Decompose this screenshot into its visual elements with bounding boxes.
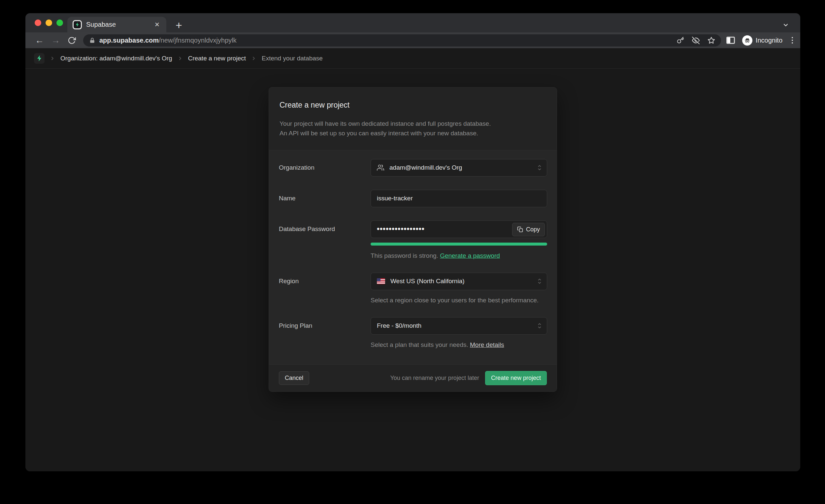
url-domain: app.supabase.com <box>99 37 159 44</box>
window-zoom-button[interactable] <box>57 19 63 26</box>
browser-menu-icon[interactable] <box>791 35 794 45</box>
incognito-label: Incognito <box>756 37 782 44</box>
name-field-wrap <box>371 190 547 207</box>
select-chevrons-icon <box>537 322 542 329</box>
breadcrumb-item-extend-database: Extend your database <box>262 55 323 62</box>
pricing-row: Pricing Plan Free - $0/month Select a pl… <box>279 317 547 349</box>
select-chevrons-icon <box>537 278 542 285</box>
name-input[interactable] <box>377 195 541 202</box>
rename-note: You can rename your project later <box>390 375 479 381</box>
toolbar-right: Incognito <box>726 35 794 46</box>
url-text[interactable]: app.supabase.com/new/jfnsmqoynldvxjyhpyl… <box>99 37 669 44</box>
password-row: Database Password Copy <box>279 220 547 260</box>
name-row: Name <box>279 190 547 207</box>
tab-close-icon[interactable]: ✕ <box>153 20 161 29</box>
copy-label: Copy <box>526 226 540 233</box>
page-content: Organization: adam@windmill.dev's Org Cr… <box>25 48 800 471</box>
url-path: /new/jfnsmqoynldvxjyhpylk <box>159 37 237 44</box>
pricing-select[interactable]: Free - $0/month <box>371 317 547 335</box>
eye-off-icon[interactable] <box>692 37 699 44</box>
address-bar[interactable]: app.supabase.com/new/jfnsmqoynldvxjyhpyl… <box>83 34 721 47</box>
password-strength-bar <box>371 242 547 245</box>
pricing-value: Free - $0/month <box>377 322 422 330</box>
chevron-right-icon <box>251 56 256 61</box>
region-select[interactable]: West US (North California) <box>371 273 547 290</box>
password-key-icon[interactable] <box>677 37 684 44</box>
supabase-logo-icon[interactable] <box>34 53 45 64</box>
window-close-button[interactable] <box>34 19 41 26</box>
us-flag-icon <box>377 278 385 284</box>
pricing-helper-text: Select a plan that suits your needs. <box>371 341 468 348</box>
incognito-badge: Incognito <box>742 35 782 46</box>
panel-footer: Cancel You can rename your project later… <box>269 364 557 391</box>
incognito-icon <box>742 35 752 46</box>
supabase-favicon-icon <box>73 20 82 29</box>
name-label: Name <box>279 190 371 207</box>
reload-button[interactable] <box>68 36 76 45</box>
breadcrumb: Organization: adam@windmill.dev's Org Cr… <box>25 48 800 69</box>
more-details-link[interactable]: More details <box>470 341 504 348</box>
new-tab-button[interactable]: + <box>175 19 182 31</box>
tab-strip: Supabase ✕ + <box>25 13 800 32</box>
panel-description-line1: Your project will have its own dedicated… <box>280 119 546 128</box>
select-chevrons-icon <box>537 164 542 171</box>
panel-header: Create a new project Your project will h… <box>269 87 557 150</box>
region-row: Region West US (North California) Select… <box>279 273 547 304</box>
panel-description-line2: An API will be set up so you can easily … <box>280 128 546 138</box>
panel-body: Organization adam@windmill.dev's Org <box>269 150 557 364</box>
side-panel-icon[interactable] <box>726 37 735 44</box>
create-project-panel: Create a new project Your project will h… <box>269 87 557 392</box>
pricing-helper: Select a plan that suits your needs. Mor… <box>371 341 547 349</box>
forward-button[interactable]: → <box>51 36 60 45</box>
organization-label: Organization <box>279 159 371 176</box>
back-button[interactable]: ← <box>35 36 44 45</box>
lock-icon[interactable] <box>89 37 95 44</box>
pricing-label: Pricing Plan <box>279 317 371 349</box>
password-label: Database Password <box>279 220 371 260</box>
window-minimize-button[interactable] <box>46 19 52 26</box>
region-helper: Select a region close to your users for … <box>371 297 547 304</box>
region-label: Region <box>279 273 371 304</box>
breadcrumb-item-create-project[interactable]: Create a new project <box>188 55 246 62</box>
window-controls <box>34 19 63 26</box>
breadcrumb-item-organization[interactable]: Organization: adam@windmill.dev's Org <box>60 55 172 62</box>
panel-title: Create a new project <box>280 101 546 110</box>
tab-search-chevron-icon[interactable] <box>782 22 789 28</box>
copy-password-button[interactable]: Copy <box>512 223 545 236</box>
region-value: West US (North California) <box>390 278 465 285</box>
panel-description: Your project will have its own dedicated… <box>280 119 546 138</box>
tab-title: Supabase <box>86 21 153 28</box>
chevron-right-icon <box>177 56 183 61</box>
users-icon <box>377 164 384 171</box>
organization-value: adam@windmill.dev's Org <box>389 164 462 171</box>
password-helper: This password is strong. Generate a pass… <box>371 252 547 260</box>
chevron-right-icon <box>50 56 55 61</box>
generate-password-link[interactable]: Generate a password <box>440 252 500 259</box>
cancel-button[interactable]: Cancel <box>279 371 309 385</box>
bookmark-star-icon[interactable] <box>707 37 715 44</box>
browser-toolbar: ← → app.supabase.com/new/jfnsmqoynldvxjy… <box>25 32 800 48</box>
copy-icon <box>517 226 523 232</box>
password-field-wrap: Copy <box>371 220 547 238</box>
browser-window: Supabase ✕ + ← → app.supabase.com/new/jf… <box>25 13 800 471</box>
create-new-project-button[interactable]: Create new project <box>485 371 547 385</box>
organization-select[interactable]: adam@windmill.dev's Org <box>371 159 547 176</box>
password-strength-text: This password is strong. <box>371 252 438 259</box>
browser-tab-supabase[interactable]: Supabase ✕ <box>67 17 166 32</box>
organization-row: Organization adam@windmill.dev's Org <box>279 159 547 176</box>
